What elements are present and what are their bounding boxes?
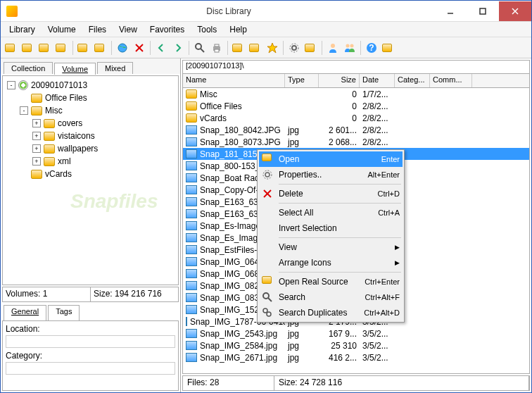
menu-volume[interactable]: Volume xyxy=(42,23,82,36)
gear-button[interactable] xyxy=(286,40,302,56)
user-button[interactable] xyxy=(325,40,341,56)
tab-collection[interactable]: Collection xyxy=(4,62,53,74)
menu-tools[interactable]: Tools xyxy=(191,23,222,36)
ctx-shortcut: Ctrl+Alt+D xyxy=(364,308,400,317)
ctx-view[interactable]: View▶ xyxy=(259,239,403,255)
menu-favorites[interactable]: Favorites xyxy=(144,23,190,36)
about-button[interactable] xyxy=(381,40,396,56)
btab-general[interactable]: General xyxy=(4,305,46,320)
ctx-delete[interactable]: DeleteCtrl+D xyxy=(259,186,403,201)
svg-rect-11 xyxy=(215,49,219,52)
ctx-shortcut: Enter xyxy=(381,155,400,163)
ctx-properties-[interactable]: Properties..Alt+Enter xyxy=(259,167,403,182)
svg-point-13 xyxy=(290,44,298,52)
tree-expander[interactable]: + xyxy=(32,157,41,166)
column-name[interactable]: Name xyxy=(183,74,285,87)
print-button[interactable] xyxy=(209,40,224,56)
list-row[interactable]: Snap_IMG_2543.jpgjpg167 9...3/5/2... xyxy=(183,328,529,339)
column-size[interactable]: Size xyxy=(319,74,360,87)
tree-item[interactable]: -Misc xyxy=(4,104,177,117)
copy-button[interactable] xyxy=(231,40,246,56)
tree-expander[interactable]: + xyxy=(32,119,41,127)
tree-expander[interactable]: - xyxy=(7,81,15,89)
btab-tags[interactable]: Tags xyxy=(48,305,80,320)
file-name: Snap_IMG_2671.jpg xyxy=(200,353,277,363)
refresh-disc-button[interactable] xyxy=(93,40,108,56)
cell-size: 2 601... xyxy=(319,125,360,135)
category-field[interactable] xyxy=(6,362,175,375)
cell-type: jpg xyxy=(285,353,319,363)
cell-size: 0 xyxy=(319,89,360,99)
props-icon xyxy=(262,169,273,180)
ctx-invert-selection[interactable]: Invert Selection xyxy=(259,220,403,236)
menu-files[interactable]: Files xyxy=(83,23,112,36)
book-button[interactable] xyxy=(54,40,70,56)
list-row[interactable]: Snap_180_8073.JPGjpg2 068...2/8/2... xyxy=(183,136,529,148)
tab-volume[interactable]: Volume xyxy=(54,63,96,75)
tree-item[interactable]: +covers xyxy=(4,117,177,130)
list-row[interactable]: Snap_IMG_2584.jpgjpg25 3103/5/2... xyxy=(183,339,529,351)
menu-help[interactable]: Help xyxy=(224,23,253,36)
img-icon xyxy=(186,353,197,362)
list-row[interactable]: vCards02/8/2... xyxy=(183,112,529,124)
ctx-label: Open Real Source xyxy=(279,277,348,287)
export-button[interactable] xyxy=(303,40,319,56)
column-comm[interactable]: Comm... xyxy=(430,74,472,87)
location-field[interactable] xyxy=(6,335,175,348)
favorite-button[interactable] xyxy=(265,40,280,56)
tree-item[interactable]: +wallpapers xyxy=(4,142,177,155)
ctx-search[interactable]: SearchCtrl+Alt+F xyxy=(259,289,403,305)
users-button[interactable] xyxy=(342,40,357,56)
column-date[interactable]: Date xyxy=(360,74,395,87)
tree-label: Misc xyxy=(45,106,63,116)
left-tabs: CollectionVolumeMixed xyxy=(1,58,180,74)
new-library-button[interactable] xyxy=(4,40,19,56)
column-type[interactable]: Type xyxy=(285,74,319,87)
tree-expander[interactable]: - xyxy=(20,106,28,115)
window-title: Disc Library xyxy=(23,6,434,16)
minimize-button[interactable] xyxy=(434,1,467,21)
img-icon xyxy=(186,245,197,254)
tree-item[interactable]: -200901071013 xyxy=(4,79,177,92)
ctx-open[interactable]: OpenEnter xyxy=(259,151,403,167)
column-categ[interactable]: Categ... xyxy=(395,74,430,87)
tree-expander[interactable]: + xyxy=(32,144,41,153)
list-row[interactable]: Snap_180_8042.JPGjpg2 601...2/8/2... xyxy=(183,124,529,136)
tree-item[interactable]: +vistaicons xyxy=(4,130,177,142)
tree-view[interactable]: -200901071013Office Files-Misc+covers+vi… xyxy=(2,75,179,285)
menu-library[interactable]: Library xyxy=(4,23,41,36)
list-row[interactable]: Snap_IMG_2671.jpgjpg416 2...3/5/2... xyxy=(183,351,529,363)
help-button[interactable]: ? xyxy=(364,40,379,56)
list-row[interactable]: Misc01/7/2... xyxy=(183,88,529,100)
context-menu[interactable]: OpenEnterProperties..Alt+EnterDeleteCtrl… xyxy=(257,149,405,323)
menu-view[interactable]: View xyxy=(113,23,143,36)
paste-button[interactable] xyxy=(248,40,263,56)
maximize-button[interactable] xyxy=(467,1,499,21)
search-button[interactable] xyxy=(192,40,208,56)
tree-expander[interactable]: + xyxy=(32,132,41,140)
delete-button[interactable] xyxy=(132,40,147,56)
books-button[interactable] xyxy=(37,40,53,56)
tab-mixed[interactable]: Mixed xyxy=(97,62,133,74)
toolbar-separator xyxy=(360,41,361,55)
tree-item[interactable]: +xml xyxy=(4,155,177,168)
new-disc-button[interactable] xyxy=(76,40,91,56)
path-bar[interactable]: [200901071013]\ xyxy=(182,60,530,74)
ctx-search-duplicates[interactable]: Search DuplicatesCtrl+Alt+D xyxy=(259,305,403,320)
toolbar-separator xyxy=(283,41,284,55)
forward-button[interactable] xyxy=(170,40,186,56)
close-button[interactable] xyxy=(499,1,531,21)
ctx-arrange-icons[interactable]: Arrange Icons▶ xyxy=(259,255,403,270)
folder-icon xyxy=(44,119,55,128)
ctx-select-all[interactable]: Select AllCtrl+A xyxy=(259,205,403,220)
list-row[interactable]: Office Files02/8/2... xyxy=(183,100,529,112)
ctx-open-real-source[interactable]: Open Real SourceCtrl+Enter xyxy=(259,274,403,289)
img-icon xyxy=(186,149,197,158)
tree-item[interactable]: Office Files xyxy=(4,92,177,104)
back-button[interactable] xyxy=(153,40,169,56)
tree-item[interactable]: vCards xyxy=(4,168,177,180)
globe-button[interactable] xyxy=(115,40,130,56)
open-library-button[interactable] xyxy=(20,40,36,56)
cell-date: 3/5/2... xyxy=(360,329,395,339)
cell-size: 0 xyxy=(319,101,360,111)
